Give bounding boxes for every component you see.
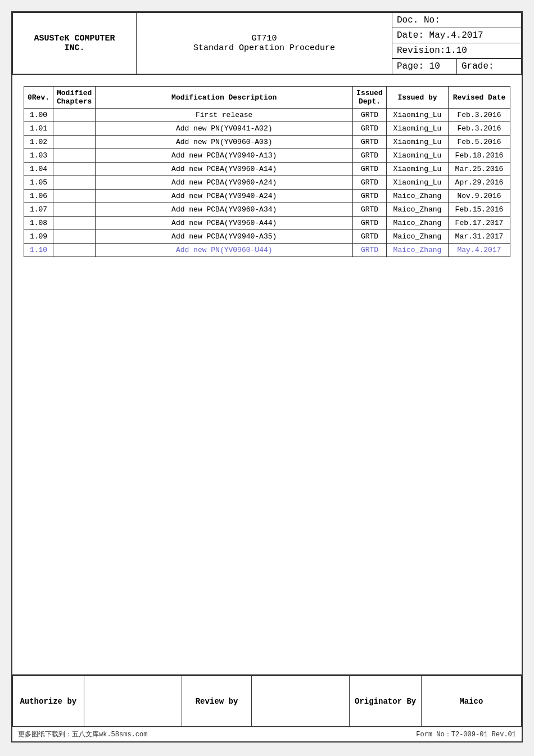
cell-dept: GRTD	[353, 136, 387, 149]
cell-chapters	[53, 176, 96, 190]
cell-dept: GRTD	[353, 203, 387, 217]
cell-chapters	[53, 109, 96, 122]
date: Date: May.4.2017	[392, 28, 521, 43]
review-space	[252, 676, 350, 727]
cell-dept: GRTD	[353, 122, 387, 136]
title-line1: GT710	[139, 34, 389, 43]
cell-chapters	[53, 163, 96, 176]
cell-description: Add new PN(YV0960-U44)	[96, 244, 353, 257]
cell-rev: 1.03	[24, 149, 53, 163]
cell-issued-by: Xiaoming_Lu	[387, 109, 449, 122]
header-chapters: Modified Chapters	[53, 87, 96, 109]
company-line1: ASUSTeK COMPUTER	[16, 34, 133, 43]
cell-revised-date: Feb.15.2016	[449, 203, 510, 217]
header-rev: 0Rev.	[24, 87, 53, 109]
page: ASUSTeK COMPUTER INC. GT710 Standard Ope…	[11, 11, 523, 742]
cell-revised-date: Feb.17.2017	[449, 217, 510, 230]
table-row: 1.01Add new PN(YV0941-A02)GRTDXiaoming_L…	[24, 122, 510, 136]
bottom-right: Form No：T2-009-01 Rev.01	[416, 730, 516, 739]
cell-revised-date: Feb.18.2016	[449, 149, 510, 163]
header-table: ASUSTeK COMPUTER INC. GT710 Standard Ope…	[12, 12, 522, 75]
header-issued-by: Issued by	[387, 87, 449, 109]
cell-description: Add new PCBA(YV0940-A24)	[96, 190, 353, 203]
meta-cell: Doc. No: Date: May.4.2017 Revision:1.10 …	[392, 13, 522, 75]
cell-rev: 1.04	[24, 163, 53, 176]
cell-issued-by: Xiaoming_Lu	[387, 136, 449, 149]
cell-description: Add new PCBA(YV0960-A24)	[96, 176, 353, 190]
table-row: 1.05Add new PCBA(YV0960-A24)GRTDXiaoming…	[24, 176, 510, 190]
title-cell: GT710 Standard Operation Procedure	[137, 13, 392, 75]
cell-chapters	[53, 149, 96, 163]
cell-dept: GRTD	[353, 190, 387, 203]
cell-chapters	[53, 230, 96, 244]
cell-description: Add new PCBA(YV0940-A35)	[96, 230, 353, 244]
cell-description: First release	[96, 109, 353, 122]
header-description: Modification Description	[96, 87, 353, 109]
table-row: 1.06Add new PCBA(YV0940-A24)GRTDMaico_Zh…	[24, 190, 510, 203]
cell-rev: 1.08	[24, 217, 53, 230]
cell-dept: GRTD	[353, 176, 387, 190]
table-row: 1.07Add new PCBA(YV0960-A34)GRTDMaico_Zh…	[24, 203, 510, 217]
cell-issued-by: Xiaoming_Lu	[387, 122, 449, 136]
table-row: 1.02Add new PN(YV0960-A03)GRTDXiaoming_L…	[24, 136, 510, 149]
cell-description: Add new PCBA(YV0940-A13)	[96, 149, 353, 163]
cell-issued-by: Maico_Zhang	[387, 190, 449, 203]
cell-description: Add new PCBA(YV0960-A44)	[96, 217, 353, 230]
review-label: Review by	[182, 676, 251, 727]
cell-description: Add new PN(YV0941-A02)	[96, 122, 353, 136]
cell-rev: 1.02	[24, 136, 53, 149]
cell-rev: 1.07	[24, 203, 53, 217]
company-cell: ASUSTeK COMPUTER INC.	[13, 13, 137, 75]
bottom-bar: 更多图纸下载到：五八文库wk.58sms.com Form No：T2-009-…	[12, 727, 522, 741]
page-grade-row: Page: 10 Grade:	[392, 58, 521, 74]
footer-section: Authorize by Review by Originator By Mai…	[12, 674, 522, 727]
title-line2: Standard Operation Procedure	[139, 43, 389, 53]
header-revised-date: Revised Date	[449, 87, 510, 109]
cell-issued-by: Xiaoming_Lu	[387, 149, 449, 163]
cell-dept: GRTD	[353, 230, 387, 244]
footer-table: Authorize by Review by Originator By Mai…	[12, 676, 522, 727]
table-row: 1.08Add new PCBA(YV0960-A44)GRTDMaico_Zh…	[24, 217, 510, 230]
grade: Grade:	[457, 59, 521, 74]
cell-rev: 1.10	[24, 244, 53, 257]
cell-dept: GRTD	[353, 244, 387, 257]
header-dept: Issued Dept.	[353, 87, 387, 109]
cell-issued-by: Maico_Zhang	[387, 230, 449, 244]
revision: Revision:1.10	[392, 43, 521, 58]
cell-dept: GRTD	[353, 149, 387, 163]
cell-rev: 1.06	[24, 190, 53, 203]
cell-chapters	[53, 136, 96, 149]
cell-dept: GRTD	[353, 163, 387, 176]
cell-chapters	[53, 190, 96, 203]
cell-issued-by: Maico_Zhang	[387, 244, 449, 257]
cell-rev: 1.09	[24, 230, 53, 244]
cell-description: Add new PCBA(YV0960-A34)	[96, 203, 353, 217]
cell-chapters	[53, 122, 96, 136]
authorize-space	[84, 676, 182, 727]
cell-revised-date: Mar.25.2016	[449, 163, 510, 176]
cell-revised-date: Nov.9.2016	[449, 190, 510, 203]
cell-issued-by: Maico_Zhang	[387, 203, 449, 217]
cell-chapters	[53, 217, 96, 230]
cell-revised-date: May.4.2017	[449, 244, 510, 257]
cell-issued-by: Xiaoming_Lu	[387, 163, 449, 176]
cell-revised-date: Feb.3.2016	[449, 122, 510, 136]
page: Page: 10	[392, 59, 457, 74]
table-row: 1.04Add new PCBA(YV0960-A14)GRTDXiaoming…	[24, 163, 510, 176]
cell-rev: 1.01	[24, 122, 53, 136]
cell-description: Add new PN(YV0960-A03)	[96, 136, 353, 149]
originator-label: Originator By	[350, 676, 421, 727]
company-line2: INC.	[16, 43, 133, 53]
cell-description: Add new PCBA(YV0960-A14)	[96, 163, 353, 176]
cell-dept: GRTD	[353, 217, 387, 230]
cell-rev: 1.00	[24, 109, 53, 122]
cell-revised-date: Apr.29.2016	[449, 176, 510, 190]
cell-issued-by: Xiaoming_Lu	[387, 176, 449, 190]
bottom-left: 更多图纸下载到：五八文库wk.58sms.com	[18, 730, 147, 739]
cell-revised-date: Mar.31.2017	[449, 230, 510, 244]
authorize-label: Authorize by	[13, 676, 84, 727]
cell-chapters	[53, 203, 96, 217]
originator-value: Maico	[421, 676, 521, 727]
revision-table: 0Rev. Modified Chapters Modification Des…	[24, 86, 510, 257]
table-row: 1.03Add new PCBA(YV0940-A13)GRTDXiaoming…	[24, 149, 510, 163]
